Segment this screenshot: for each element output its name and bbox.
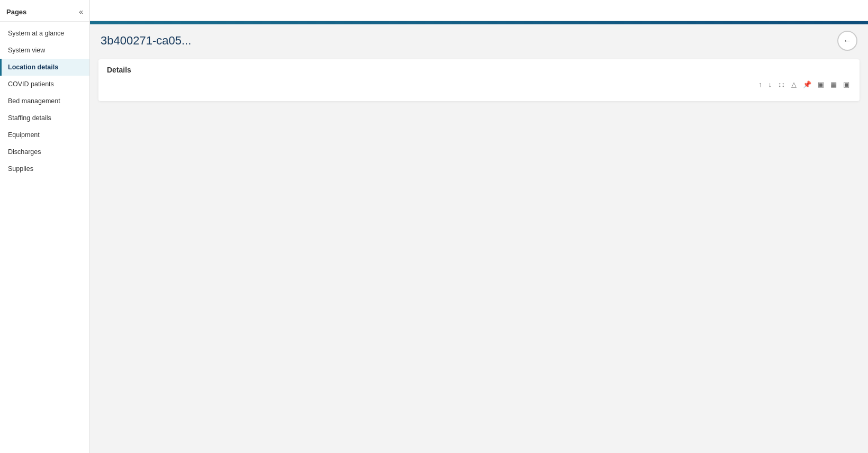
content-area: 3b400271-ca05... ← Details ↑ ↓ ↕↕ △ 📌 ▣ … xyxy=(90,21,868,453)
sidebar-item-supplies[interactable]: Supplies xyxy=(0,160,89,177)
filter-button[interactable]: ▦ xyxy=(829,79,838,89)
sidebar-item-staffing-details[interactable]: Staffing details xyxy=(0,110,89,126)
sidebar-item-covid-patients[interactable]: COVID patients xyxy=(0,76,89,93)
table-panel: Details ↑ ↓ ↕↕ △ 📌 ▣ ▦ ▣ xyxy=(98,59,860,101)
sidebar-item-bed-management[interactable]: Bed management xyxy=(0,93,89,110)
pin-button[interactable]: 📌 xyxy=(801,79,813,89)
table-toolbar: ↑ ↓ ↕↕ △ 📌 ▣ ▦ ▣ xyxy=(107,79,851,89)
fullscreen-button[interactable]: ▣ xyxy=(842,79,851,89)
toolbar xyxy=(90,0,868,21)
sort-reset-button[interactable]: ↕↕ xyxy=(776,79,786,89)
copy-button[interactable]: ▣ xyxy=(816,79,826,89)
main-area: 3b400271-ca05... ← Details ↑ ↓ ↕↕ △ 📌 ▣ … xyxy=(90,0,868,453)
table-panel-title: Details xyxy=(107,66,851,74)
sidebar-nav: System at a glanceSystem viewLocation de… xyxy=(0,22,89,177)
expand-button[interactable]: △ xyxy=(790,79,798,89)
sidebar-item-discharges[interactable]: Discharges xyxy=(0,143,89,160)
sidebar-item-system-view[interactable]: System view xyxy=(0,42,89,59)
back-button[interactable]: ← xyxy=(837,31,857,51)
sidebar-item-system-at-a-glance[interactable]: System at a glance xyxy=(0,25,89,42)
sort-asc-button[interactable]: ↑ xyxy=(757,79,764,89)
sidebar: Pages « System at a glanceSystem viewLoc… xyxy=(0,0,90,453)
report-header: 3b400271-ca05... ← xyxy=(90,24,868,55)
sidebar-item-location-details[interactable]: Location details xyxy=(0,59,89,76)
sidebar-collapse-button[interactable]: « xyxy=(79,7,83,16)
sidebar-header: Pages « xyxy=(0,0,89,22)
sort-desc-button[interactable]: ↓ xyxy=(767,79,774,89)
sidebar-title: Pages xyxy=(6,8,26,16)
sidebar-item-equipment[interactable]: Equipment xyxy=(0,126,89,143)
report-title: 3b400271-ca05... xyxy=(101,34,191,48)
